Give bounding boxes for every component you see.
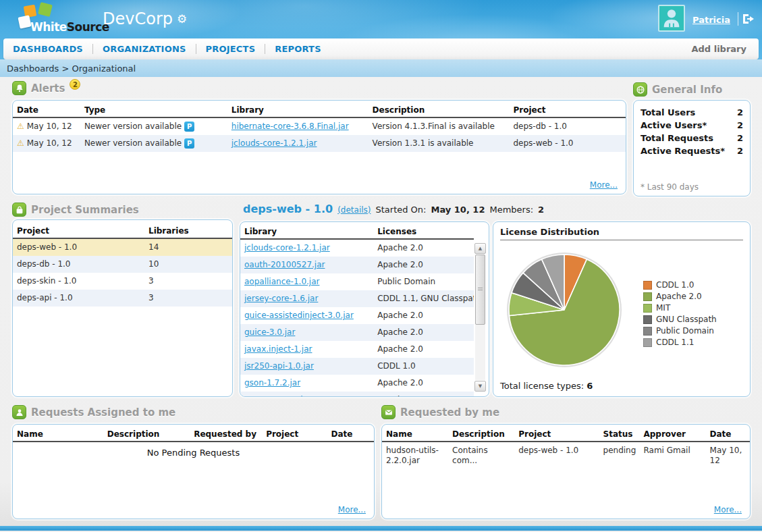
avatar[interactable] — [658, 5, 685, 32]
library-link[interactable]: jclouds-core-1.2.1.jar — [244, 243, 330, 252]
stat-value: 2 — [737, 146, 743, 156]
lib-col-licenses: Licenses — [373, 225, 474, 239]
stat-value: 2 — [737, 107, 743, 117]
alert-project: deps-db - 1.0 — [509, 117, 626, 135]
scroll-up-icon[interactable]: ▲ — [474, 243, 486, 254]
request-description: Contains com... — [448, 442, 514, 469]
started-on-label: Started On: — [375, 205, 426, 215]
requests-assigned-panel: Name Description Requested by Project Da… — [12, 424, 375, 519]
project-summaries-panel: Project Libraries deps-web - 1.0 14 deps… — [12, 219, 233, 397]
stat-label: Total Requests — [641, 133, 713, 143]
project-row-selected[interactable]: deps-web - 1.0 14 — [13, 238, 232, 256]
stat-label: Active Users* — [641, 120, 707, 130]
legend-item: CDDL 1.1 — [643, 338, 717, 347]
legend-swatch-icon — [643, 327, 652, 336]
legend-item: CDDL 1.0 — [643, 280, 717, 290]
header-divider — [738, 12, 738, 26]
warning-icon: ⚠ — [17, 138, 24, 149]
library-link[interactable]: guava-10.0.1.jar — [244, 395, 311, 397]
library-link[interactable]: javax.inject-1.jar — [244, 344, 312, 354]
whitesource-logo[interactable]: WhiteSource — [5, 1, 107, 36]
library-row: jclouds-core-1.2.1.jarApache 2.0 — [240, 239, 474, 257]
alert-description: Version 4.1.3.Final is available — [369, 117, 510, 135]
library-row: oauth-20100527.jarApache 2.0 — [240, 257, 474, 273]
library-link[interactable]: guice-3.0.jar — [244, 327, 295, 337]
warning-icon: ⚠ — [17, 122, 24, 132]
nav-dashboards[interactable]: DASHBOARDS — [3, 44, 92, 54]
requested-by-me-section-title: Requested by me — [381, 405, 499, 419]
request-name: hudson-utils-2.2.0.jar — [382, 442, 448, 469]
libraries-scrollbar: ▲ ▼ — [474, 243, 486, 392]
scrollbar-thumb[interactable] — [475, 255, 485, 325]
nav-reports[interactable]: REPORTS — [265, 44, 331, 54]
scrollbar-track[interactable] — [475, 255, 485, 380]
globe-icon — [633, 82, 647, 97]
ps-col-libraries: Libraries — [144, 224, 232, 238]
request-row: hudson-utils-2.2.0.jar Contains com... d… — [382, 442, 750, 469]
library-link[interactable]: jersey-core-1.6.jar — [244, 294, 318, 303]
nav-projects[interactable]: PROJECTS — [196, 44, 265, 54]
alert-row: ⚠May 10, 12 Newer version availableP hib… — [13, 117, 626, 135]
avatar-person-icon — [659, 6, 684, 30]
add-library-button[interactable]: Add library — [692, 44, 747, 54]
legend-swatch-icon — [643, 281, 652, 290]
alerts-col-type: Type — [80, 103, 227, 117]
stat-label: Active Requests* — [641, 146, 725, 156]
alert-type: Newer version available — [84, 138, 182, 148]
total-license-types: Total license types: 6 — [500, 381, 593, 391]
organization-title: DevCorp — [103, 9, 173, 28]
requested-by-me-panel: Name Description Project Status Approver… — [381, 424, 751, 519]
project-row[interactable]: deps-db - 1.0 10 — [13, 256, 232, 273]
library-link[interactable]: gson-1.7.2.jar — [244, 378, 300, 388]
scrollbar-grip — [478, 288, 483, 292]
alert-library-link[interactable]: jclouds-core-1.2.1.jar — [232, 138, 317, 148]
library-link[interactable]: jsr250-api-1.0.jar — [244, 361, 314, 371]
project-name: deps-web - 1.0 — [243, 203, 333, 215]
general-info-section-title: General Info — [633, 82, 722, 97]
general-info-panel: Total Users2 Active Users*2 Total Reques… — [633, 100, 751, 196]
envelope-icon — [381, 405, 396, 419]
alert-project: deps-web - 1.0 — [509, 135, 626, 152]
legend-item: GNU Classpath — [643, 315, 717, 324]
library-link[interactable]: aopalliance-1.0.jar — [244, 277, 319, 286]
legend-swatch-icon — [643, 304, 652, 313]
project-details-link[interactable]: (details) — [337, 205, 371, 215]
logo-green-square-icon — [38, 2, 53, 17]
gear-icon[interactable]: ⚙ — [177, 12, 187, 26]
lib-col-library: Library — [240, 225, 373, 239]
scroll-down-icon[interactable]: ▼ — [474, 381, 486, 392]
footer-bar — [0, 526, 762, 531]
bag-icon — [12, 203, 26, 217]
library-row: aopalliance-1.0.jarPublic Domain — [240, 273, 474, 290]
alert-type: Newer version available — [84, 122, 182, 131]
requests-assigned-section-title: Requests Assigned to me — [12, 405, 175, 419]
project-row[interactable]: deps-skin - 1.0 3 — [13, 273, 232, 290]
library-row: jersey-core-1.6.jarCDDL 1.1, GNU Classpa… — [240, 290, 474, 307]
policy-badge-icon: P — [184, 138, 194, 149]
alerts-more-link[interactable]: More... — [590, 180, 618, 190]
request-approver: Rami Gmail — [639, 442, 705, 469]
requests-assigned-more-link[interactable]: More... — [338, 505, 366, 514]
alert-library-link[interactable]: hibernate-core-3.6.8.Final.jar — [232, 122, 349, 131]
library-link[interactable]: oauth-20100527.jar — [244, 260, 325, 269]
requested-by-me-more-link[interactable]: More... — [714, 505, 742, 514]
nav-organizations[interactable]: ORGANIZATIONS — [93, 44, 196, 54]
user-name-link[interactable]: Patricia — [692, 15, 730, 25]
library-row: guava-10.0.1.jarApache 2.0 — [240, 392, 474, 397]
project-summaries-table: Project Libraries deps-web - 1.0 14 deps… — [13, 224, 232, 307]
project-row[interactable]: deps-api - 1.0 3 — [13, 290, 232, 307]
alert-row: ⚠May 10, 12 Newer version availableP jcl… — [13, 135, 626, 152]
policy-badge-icon: P — [184, 122, 194, 132]
license-distribution-panel: License Distribution CDDL 1.0 Apache 2.0… — [493, 221, 751, 397]
logo-white-square-icon — [18, 15, 31, 28]
logo-wordmark: WhiteSource — [30, 20, 109, 34]
libraries-table: Library Licenses jclouds-core-1.2.1.jarA… — [240, 225, 474, 397]
alerts-col-date: Date — [13, 103, 80, 117]
members-label: Members: — [489, 205, 533, 215]
alerts-table: Date Type Library Description Project ⚠M… — [13, 103, 626, 152]
library-row: jsr250-api-1.0.jarCDDL 1.0 — [240, 358, 474, 375]
legend-swatch-icon — [643, 315, 652, 324]
alerts-count-badge: 2 — [70, 79, 80, 90]
logout-icon[interactable] — [742, 14, 756, 24]
library-link[interactable]: guice-assistedinject-3.0.jar — [244, 311, 354, 320]
